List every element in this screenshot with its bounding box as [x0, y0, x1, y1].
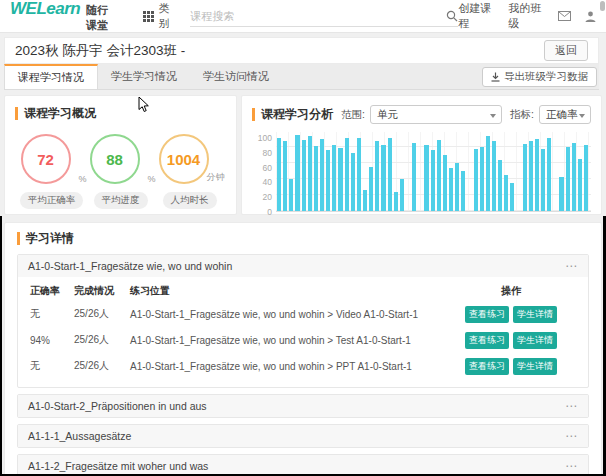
stat-label: 平均进度 [94, 192, 148, 209]
panel-header[interactable]: A1-0-Start-1_Fragesätze wie, wo und wohi… [18, 255, 588, 277]
col-accuracy: 正确率 [30, 284, 74, 298]
stat-avg-duration: 1004 分钟 人均时长 [155, 134, 224, 209]
chart-bar [332, 145, 336, 211]
tab-course-learning[interactable]: 课程学习情况 [4, 64, 98, 89]
logo-subtitle: 随行课堂 [86, 3, 117, 33]
stat-avg-accuracy: 72 % 平均正确率 [17, 134, 86, 209]
view-exercise-button[interactable]: 查看练习 [465, 306, 509, 323]
more-icon[interactable]: ⋯ [565, 429, 578, 443]
col-actions: 操作 [468, 284, 554, 298]
chart-bar [326, 150, 330, 211]
tab-student-learning[interactable]: 学生学习情况 [98, 64, 190, 89]
overview-title-row: 课程学习概况 [15, 105, 226, 122]
chart-bar [308, 136, 312, 211]
chart-bar [461, 171, 465, 211]
table-row: 94% 25/26人 A1-0-Start-1_Fragesätze wie, … [30, 327, 554, 353]
cell-accuracy: 无 [30, 307, 74, 321]
range-select[interactable]: 单元 [370, 105, 502, 124]
top-navbar: WELearn 随行课堂 类别 创建课程 我的班级 [0, 0, 606, 33]
chart-bar [320, 139, 324, 211]
accent-bar [15, 107, 18, 120]
accent-bar [17, 232, 20, 245]
stat-value: 1004 [167, 151, 200, 168]
table-header-row: 正确率 完成情况 练习位置 操作 [30, 281, 554, 301]
metric-select[interactable]: 正确率 [539, 105, 591, 124]
panel-collapsed: A1-1-2_Fragesätze mit woher und was ⋯ [17, 454, 589, 476]
chart-bar [572, 143, 576, 211]
search-icon[interactable] [446, 10, 458, 22]
chart-bar [498, 160, 502, 211]
category-menu[interactable]: 类别 [143, 1, 176, 31]
panel-expanded: A1-0-Start-1_Fragesätze wie, wo und wohi… [17, 254, 589, 388]
create-course-link[interactable]: 创建课程 [458, 1, 494, 31]
navbar-right: 创建课程 我的班级 [458, 1, 596, 31]
stat-circle: 1004 [159, 134, 209, 184]
grid-icon [143, 11, 154, 22]
panel-header[interactable]: A1-1-1_Aussagesätze ⋯ [18, 425, 588, 447]
screen-edge [0, 216, 2, 476]
view-exercise-button[interactable]: 查看练习 [465, 332, 509, 349]
mail-icon[interactable] [558, 11, 571, 21]
bar-chart-yaxis: 100806040200 [252, 132, 276, 212]
chart-bar [345, 138, 349, 211]
cell-completion: 25/26人 [74, 333, 130, 347]
cell-accuracy: 无 [30, 359, 74, 373]
panel-header[interactable]: A1-0-Start-2_Präpositionen in und aus ⋯ [18, 395, 588, 417]
y-tick-label: 40 [263, 179, 272, 185]
chart-bar [578, 159, 582, 211]
cell-location: A1-0-Start-1_Fragesätze wie, wo und wohi… [130, 335, 468, 346]
table-row: 无 25/26人 A1-0-Start-1_Fragesätze wie, wo… [30, 301, 554, 327]
panel-title: A1-1-2_Fragesätze mit woher und was [28, 460, 208, 472]
y-tick-label: 60 [263, 165, 272, 171]
details-card: 学习详情 A1-0-Start-1_Fragesätze wie, wo und… [4, 222, 602, 476]
logo[interactable]: WELearn 随行课堂 [10, 0, 117, 33]
chart-bar [369, 167, 373, 211]
chart-bar [351, 153, 355, 211]
panel-title: A1-1-1_Aussagesätze [28, 430, 131, 442]
tab-student-visits[interactable]: 学生访问情况 [190, 64, 282, 89]
chart-bar [584, 145, 588, 211]
student-detail-button[interactable]: 学生详情 [513, 358, 557, 375]
chart-bar [480, 147, 484, 211]
user-icon[interactable] [585, 11, 596, 22]
chart-bar [394, 192, 398, 211]
chart-bar [504, 175, 508, 211]
view-exercise-button[interactable]: 查看练习 [465, 358, 509, 375]
page-title[interactable]: 2023秋 陈丹宇 会计2303班 - [15, 42, 185, 60]
range-select-value: 单元 [377, 108, 398, 120]
search-box [190, 5, 458, 27]
chart-bar [338, 148, 342, 211]
panel-title: A1-0-Start-1_Fragesätze wie, wo und wohi… [28, 260, 232, 272]
chevron-down-icon [490, 114, 496, 118]
category-label: 类别 [158, 1, 176, 31]
overview-card: 课程学习概况 72 % 平均正确率 88 % 平均进度 [4, 95, 237, 215]
search-input[interactable] [190, 10, 446, 22]
chart-bar [455, 163, 459, 211]
student-detail-button[interactable]: 学生详情 [513, 332, 557, 349]
stat-unit: % [78, 174, 86, 184]
y-tick-label: 0 [267, 209, 272, 215]
chart-bar [437, 140, 441, 211]
chart-bar [283, 141, 287, 211]
chart-bar [412, 143, 416, 211]
col-location: 练习位置 [130, 284, 468, 298]
chart-bar [381, 145, 385, 211]
chart-bar [492, 141, 496, 211]
my-classes-link[interactable]: 我的班级 [508, 1, 544, 31]
chart-bar [357, 138, 361, 211]
more-icon[interactable]: ⋯ [565, 399, 578, 413]
analysis-title-row: 课程学习分析 范围: 单元 指标: 正确率 [252, 105, 591, 124]
stat-value: 88 [106, 151, 123, 168]
panel-collapsed: A1-0-Start-2_Präpositionen in und aus ⋯ [17, 394, 589, 418]
page-title-bar: 2023秋 陈丹宇 会计2303班 - 返回 [4, 37, 599, 64]
export-button[interactable]: 导出班级学习数据 [482, 67, 597, 87]
panel-header[interactable]: A1-1-2_Fragesätze mit woher und was ⋯ [18, 455, 588, 476]
back-button[interactable]: 返回 [544, 40, 588, 61]
more-icon[interactable]: ⋯ [565, 459, 578, 473]
chart-bar [474, 149, 478, 211]
chart-bar [523, 144, 527, 211]
chart-bar [529, 141, 533, 211]
student-detail-button[interactable]: 学生详情 [513, 306, 557, 323]
scrollbar-thumb[interactable] [600, 1, 605, 11]
more-icon[interactable]: ⋯ [565, 259, 578, 273]
